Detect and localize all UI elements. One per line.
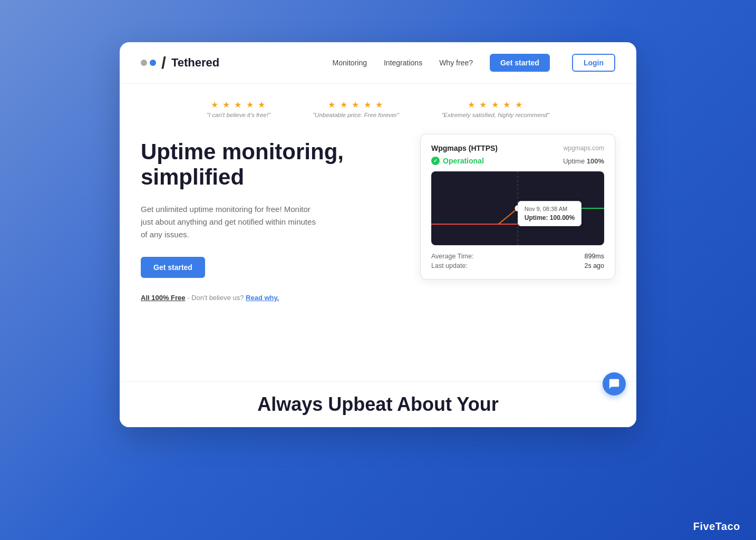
main-card: / Tethered Monitoring Integrations Why f… [120,42,636,427]
quote-2: "Unbeatable price: Free forever" [313,112,399,118]
last-update-value: 2s ago [584,262,604,269]
fivetaco-badge: FiveTaco [693,520,740,533]
monitor-status-row: Operational Uptime 100% [431,157,604,165]
uptime-display: Uptime 100% [563,157,604,165]
nav-integrations[interactable]: Integrations [384,59,422,67]
free-link[interactable]: All 100% Free [141,294,186,302]
nav-links: Monitoring Integrations Why free? Get st… [333,54,615,72]
stars-1: ★ ★ ★ ★ ★ [207,100,270,110]
uptime-value: 100% [587,157,604,165]
status-operational: Operational [431,157,484,165]
quote-3: "Extremely satisfied, highly recommend" [441,112,549,118]
uptime-label: Uptime [563,157,585,165]
stars-3: ★ ★ ★ ★ ★ [441,100,549,110]
dot-blue [150,60,156,66]
stars-2: ★ ★ ★ ★ ★ [313,100,399,110]
logo-dots [141,60,156,66]
hero-title: Uptime monitoring, simplified [141,139,399,190]
nav-why-free[interactable]: Why free? [439,59,473,67]
always-upbeat-text: Always Upbeat About Your [141,393,615,416]
hero-free-text: All 100% Free - Don't believe us? Read w… [141,294,399,302]
nav-monitoring[interactable]: Monitoring [333,59,367,67]
chat-icon [608,378,620,390]
chart-tooltip: Nov 9, 08:38 AM Uptime: 100.00% [518,201,581,226]
dot-gray [141,60,147,66]
status-label: Operational [443,157,484,165]
logo-slash: / [161,54,166,71]
uptime-chart: Nov 9, 08:38 AM Uptime: 100.00% [431,171,604,245]
review-3: ★ ★ ★ ★ ★ "Extremely satisfied, highly r… [441,100,549,118]
last-update-row: Last update: 2s ago [431,262,604,269]
monitor-card: Wpgmaps (HTTPS) wpgmaps.com Operational … [420,134,615,279]
bottom-tagline-area: Always Upbeat About Your [120,381,636,427]
nav-get-started-button[interactable]: Get started [490,54,550,72]
logo-text: Tethered [171,56,219,70]
chat-button[interactable] [603,372,626,396]
tooltip-date: Nov 9, 08:38 AM [525,206,575,212]
review-1: ★ ★ ★ ★ ★ "I can't believe it's free!" [207,100,270,118]
hero-get-started-button[interactable]: Get started [141,257,205,278]
monitor-title: Wpgmaps (HTTPS) [431,144,498,152]
avg-time-label: Average Time: [431,253,473,260]
tooltip-uptime-label: Uptime: [525,214,548,221]
hero-right: Wpgmaps (HTTPS) wpgmaps.com Operational … [420,134,615,279]
tooltip-uptime: Uptime: 100.00% [525,214,575,221]
tooltip-uptime-value: 100.00% [550,214,575,221]
nav-login-button[interactable]: Login [572,54,615,72]
monitor-header: Wpgmaps (HTTPS) wpgmaps.com [431,144,604,152]
hero-description: Get unlimited uptime monitoring for free… [141,203,320,241]
read-why-link[interactable]: Read why. [246,294,279,302]
avg-time-row: Average Time: 899ms [431,253,604,260]
free-subtext: - Don't believe us? [187,294,244,302]
hero-left: Uptime monitoring, simplified Get unlimi… [141,134,399,302]
navbar: / Tethered Monitoring Integrations Why f… [120,42,636,84]
status-dot [431,157,440,165]
monitor-domain: wpgmaps.com [564,144,604,152]
hero-section: Uptime monitoring, simplified Get unlimi… [120,123,636,323]
monitor-stats: Average Time: 899ms Last update: 2s ago [431,253,604,269]
review-2: ★ ★ ★ ★ ★ "Unbeatable price: Free foreve… [313,100,399,118]
quote-1: "I can't believe it's free!" [207,112,270,118]
reviews-row: ★ ★ ★ ★ ★ "I can't believe it's free!" ★… [120,84,636,123]
logo-area: / Tethered [141,54,333,71]
avg-time-value: 899ms [584,253,604,260]
last-update-label: Last update: [431,262,468,269]
